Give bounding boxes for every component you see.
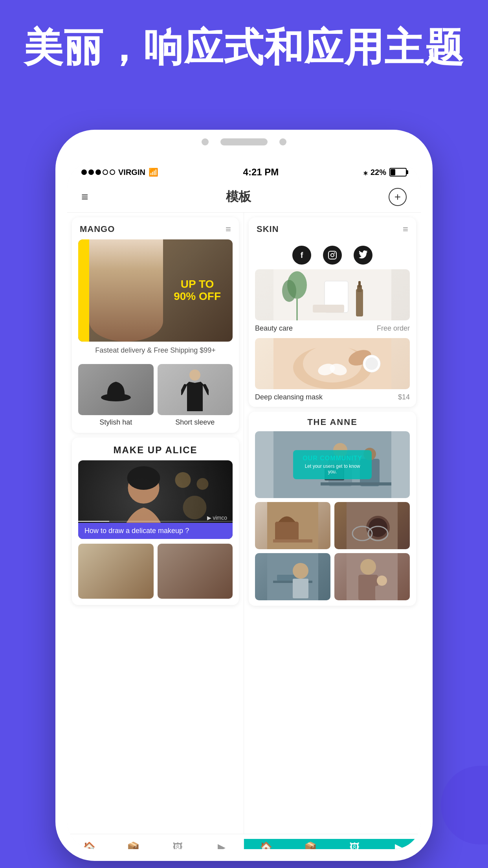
free-order-badge: Free order [377,324,410,333]
gallery-icon-left: 🖼 [172,841,183,849]
left-panel: MANGO ≡ UP TO 90% OF [67,213,244,834]
status-time: 4:21 PM [243,167,279,178]
svg-rect-38 [275,522,299,541]
add-button[interactable]: + [389,188,407,206]
anne-thumb-2-svg [334,502,410,549]
signal-dots [81,169,115,175]
skin-title: SKIN [257,224,279,234]
mango-promo-text: UP TO 90% OFF [174,278,221,303]
svg-point-1 [189,370,200,381]
makeup-video[interactable]: ▶ vimco How to draw a delicate makeup ? [78,460,233,539]
mango-menu-icon[interactable]: ≡ [226,224,231,235]
instagram-icon[interactable] [323,246,342,265]
svg-rect-19 [358,281,361,287]
makeup-widget: MAKE UP ALICE [72,438,239,605]
phone-notch [202,138,286,145]
svg-point-10 [331,254,334,257]
store-icon-left: 🏠 [83,841,95,849]
carrier-label: VIRGIN [118,168,145,177]
anne-thumb-2[interactable] [334,502,410,549]
phone-body: VIRGIN 📶 4:21 PM ⁎ 22% ≡ 模板 + [55,130,433,861]
svg-line-3 [205,386,209,394]
nav-video-left[interactable]: ▶ Video [200,839,244,849]
hat-label: Stylish hat [78,418,154,427]
video-progress-fill [78,521,109,522]
nav-video-right[interactable]: ▶ Video [377,839,421,849]
skin-widget: SKIN ≡ f [249,217,416,407]
hat-thumbnail [78,364,154,415]
hero-title: 美丽，响应式和应用主题 [24,24,464,71]
skin-product-2-labels: Deep cleansing mask $14 [249,389,416,407]
community-banner[interactable]: OUR COMMUNITY Let your users get to know… [255,431,410,498]
product-icon-left: 📦 [127,841,139,849]
svg-rect-20 [313,305,344,313]
mango-yellow-bar [78,239,89,342]
nav-store-left[interactable]: 🏠 Store [67,839,111,849]
hat-svg-icon [100,376,132,403]
cleansing-mask-label: Deep cleansing mask [255,393,323,401]
anne-thumb-4[interactable] [334,553,410,600]
svg-rect-34 [321,482,391,485]
mask-product-svg [255,338,410,389]
svg-point-8 [197,478,209,490]
nav-gallery-left[interactable]: 🖼 Gallery [156,839,200,849]
bottom-nav-left: 🏠 Store 📦 Product 🖼 Gallery ▶ Video [67,839,244,849]
community-subtitle-text: Let your users get to know you. [301,463,364,474]
anne-thumb-1[interactable] [255,502,330,549]
nav-product-left[interactable]: 📦 Product [111,839,155,849]
mango-product-grid: Stylish hat [72,360,239,433]
twitter-icon[interactable] [354,246,372,265]
svg-point-6 [175,472,191,488]
svg-rect-39 [273,539,312,542]
product-icon-right: 📦 [304,841,317,849]
facebook-icon[interactable]: f [292,246,311,265]
phone-mockup: VIRGIN 📶 4:21 PM ⁎ 22% ≡ 模板 + [55,130,433,861]
twitter-svg [358,250,368,260]
status-bar: VIRGIN 📶 4:21 PM ⁎ 22% [67,161,421,182]
svg-point-14 [282,280,296,302]
anne-thumb-1-svg [255,502,330,549]
video-icon-right: ▶ [395,841,403,849]
beauty-product-svg [255,269,410,320]
product-item-shirt[interactable]: Short sleeve [158,364,233,427]
gallery-icon-right: 🖼 [349,841,360,849]
anne-thumb-3[interactable] [255,553,330,600]
nav-product-right[interactable]: 📦 Product [288,839,333,849]
mango-banner: UP TO 90% OFF [78,239,233,342]
bottom-nav-right: 🏠 Store 📦 Product 🖼 Gallery ▶ Video [244,839,421,849]
shirt-visual [158,364,233,415]
bluetooth-icon: ⁎ [363,167,367,177]
anne-widget: THE ANNE [249,412,416,606]
wifi-icon: 📶 [149,167,158,177]
svg-rect-55 [375,586,389,600]
speaker-grille [220,138,268,145]
mango-widget: MANGO ≡ UP TO 90% OF [72,217,239,433]
makeup-video-caption: How to draw a delicate makeup ? [78,523,233,539]
status-right: ⁎ 22% [363,167,407,177]
nav-store-right[interactable]: 🏠 Store [244,839,288,849]
skin-menu-icon[interactable]: ≡ [403,224,408,235]
right-panel: SKIN ≡ f [244,213,421,834]
hamburger-icon[interactable]: ≡ [81,190,88,204]
video-icon-left: ▶ [218,841,226,849]
nav-gallery-right[interactable]: 🖼 Gallery [332,839,377,849]
svg-point-44 [368,526,388,541]
anne-title: THE ANNE [249,412,416,431]
svg-point-28 [365,357,378,370]
cleansing-mask-image[interactable] [255,338,410,389]
vimeo-badge: ▶ vimco [207,515,227,521]
beauty-care-image[interactable] [255,269,410,320]
camera-dot [202,138,209,145]
hat-visual [78,364,154,415]
shirt-label: Short sleeve [158,418,233,427]
svg-rect-17 [356,289,363,316]
mango-title: MANGO [80,224,115,234]
decorative-circle [441,766,488,844]
svg-point-54 [377,576,387,586]
anne-thumb-4-svg [334,553,410,600]
product-item-hat[interactable]: Stylish hat [78,364,154,427]
instagram-svg [328,250,337,260]
anne-thumb-3-svg [255,553,330,600]
svg-rect-50 [293,579,308,598]
svg-point-7 [183,496,207,519]
